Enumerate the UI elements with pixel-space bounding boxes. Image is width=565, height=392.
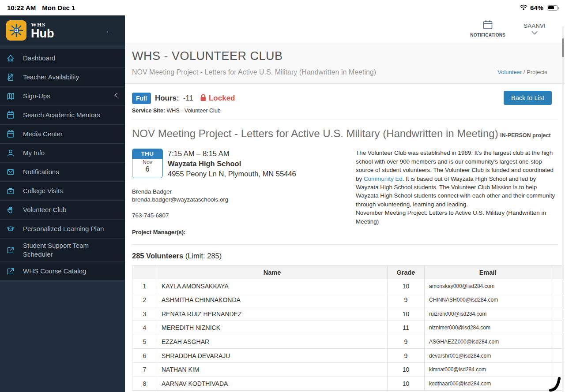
project-title-block: NOV Meeting Project - Letters for Active… bbox=[132, 127, 558, 141]
notifications-button[interactable]: NOTIFICATIONS bbox=[470, 20, 505, 37]
sidebar-item-label: WHS Course Catalog bbox=[23, 267, 86, 276]
date-card-month: Nov bbox=[132, 159, 162, 165]
col-email-header[interactable]: Email bbox=[425, 266, 551, 279]
row-extra-cell bbox=[551, 307, 562, 321]
volunteer-name: ASHMITHA CHINNAKONDA bbox=[157, 293, 388, 307]
col-grade-header[interactable]: Grade bbox=[388, 266, 425, 279]
breadcrumb-volunteer-link[interactable]: Volunteer bbox=[497, 69, 522, 75]
volunteers-heading: 285 Volunteers (Limit: 285) bbox=[132, 252, 558, 260]
locked-status: Locked bbox=[200, 94, 235, 103]
envelope-icon bbox=[6, 168, 23, 176]
volunteer-name: NATHAN KIM bbox=[157, 362, 388, 377]
row-extra-cell bbox=[551, 321, 562, 335]
sidebar-item-label: Media Center bbox=[23, 130, 63, 138]
row-index: 4 bbox=[132, 321, 157, 335]
sidebar-item-student-support-team-scheduler[interactable]: Student Support Team Scheduler bbox=[0, 238, 125, 261]
breadcrumb: Volunteer / Projects bbox=[497, 69, 547, 75]
battery-percent: 64% bbox=[530, 4, 543, 11]
lock-icon bbox=[200, 94, 207, 103]
sun-icon bbox=[6, 20, 26, 41]
row-index: 8 bbox=[132, 377, 157, 391]
volunteer-email: amonskay000@isd284.com bbox=[425, 279, 551, 293]
sidebar-item-search-academic-mentors[interactable]: Search Academic Mentors bbox=[0, 105, 125, 124]
project-managers-label: Project Manager(s): bbox=[132, 229, 348, 235]
external-link-icon bbox=[6, 267, 23, 276]
table-row: 4MEREDITH NIZNICK11niznimer000@isd284.co… bbox=[132, 321, 562, 335]
sidebar-item-label: Volunteer Club bbox=[23, 205, 66, 214]
breadcrumb-current: Projects bbox=[527, 69, 547, 75]
volunteer-grade: 9 bbox=[388, 293, 425, 307]
scrollbar-track[interactable] bbox=[562, 26, 564, 392]
sidebar-item-college-visits[interactable]: College Visits bbox=[0, 181, 125, 200]
sidebar-item-label: Dashboard bbox=[23, 54, 55, 63]
user-menu[interactable]: SAANVI bbox=[524, 22, 546, 37]
volunteer-name: KAYLA AMONSAKKAYA bbox=[157, 279, 388, 293]
status-badge: Full bbox=[132, 93, 151, 104]
project-description: The Volunteer Club was established in 19… bbox=[356, 149, 558, 235]
page-title: WHS - VOLUNTEER CLUB bbox=[132, 49, 558, 63]
status-time: 10:22 AM bbox=[7, 4, 36, 11]
sidebar-item-label: Student Support Team Scheduler bbox=[23, 241, 100, 259]
left-arrow-icon[interactable]: ← bbox=[105, 25, 119, 36]
app-logo[interactable]: WHS Hub ← bbox=[0, 15, 125, 45]
volunteer-email: devarshr001@isd284.com bbox=[425, 349, 551, 363]
sidebar-item-label: My Info bbox=[23, 149, 45, 157]
volunteer-grade: 10 bbox=[388, 307, 425, 321]
volunteer-email: ruizren000@isd284.com bbox=[425, 307, 551, 321]
chevron-left-icon bbox=[113, 92, 119, 100]
table-row: 6SHRADDHA DEVARAJU9devarshr001@isd284.co… bbox=[132, 349, 562, 363]
sidebar-item-label: Teacher Availability bbox=[23, 73, 79, 82]
volunteer-name: AARNAV KODTHIVADA bbox=[157, 377, 388, 391]
external-link-icon bbox=[6, 246, 23, 254]
sidebar-item-notifications[interactable]: Notifications bbox=[0, 162, 125, 181]
table-row: 1KAYLA AMONSAKKAYA10amonskay000@isd284.c… bbox=[132, 279, 562, 293]
contact-block: Brenda Badger brenda.badger@wayzataschoo… bbox=[132, 188, 348, 204]
back-to-list-button[interactable]: Back to List bbox=[504, 91, 552, 105]
col-extra-header bbox=[551, 266, 562, 279]
scrollbar-thumb[interactable] bbox=[562, 38, 564, 57]
volunteer-name: SHRADDHA DEVARAJU bbox=[157, 349, 388, 363]
device-status-bar: 10:22 AM Mon Dec 1 64% bbox=[0, 0, 565, 15]
briefcase-icon bbox=[6, 187, 23, 195]
calendar-icon bbox=[482, 23, 493, 31]
sidebar-item-sign-ups[interactable]: Sign-Ups bbox=[0, 86, 125, 105]
sidebar-item-my-info[interactable]: My Info bbox=[0, 143, 125, 162]
volunteer-grade: 9 bbox=[388, 335, 425, 349]
sidebar-item-personalized-learning-plan[interactable]: Personalized Learning Plan bbox=[0, 219, 125, 238]
location-name: Wayzata High School bbox=[168, 159, 296, 169]
contact-name: Brenda Badger bbox=[132, 188, 348, 196]
sidebar-nav: DashboardTeacher AvailabilitySign-UpsSea… bbox=[0, 49, 125, 280]
contact-email: brenda.badger@wayzataschools.org bbox=[132, 196, 348, 204]
community-ed-link[interactable]: Community Ed bbox=[364, 175, 403, 182]
row-index: 6 bbox=[132, 349, 157, 363]
volunteer-email: kodthaar000@isd284.com bbox=[425, 377, 551, 391]
sidebar-item-volunteer-club[interactable]: Volunteer Club bbox=[0, 200, 125, 219]
map-icon bbox=[6, 92, 23, 101]
date-card-day: THU bbox=[132, 149, 162, 159]
service-site: Service Site: WHS - Volunteer Club bbox=[132, 108, 558, 114]
volunteer-email: niznimer000@isd284.com bbox=[425, 321, 551, 335]
sidebar-item-whs-course-catalog[interactable]: WHS Course Catalog bbox=[0, 261, 125, 280]
table-header-row: Name Grade Email bbox=[132, 266, 562, 279]
status-date: Mon Dec 1 bbox=[42, 4, 75, 11]
sidebar-item-dashboard[interactable]: Dashboard bbox=[0, 49, 125, 67]
sidebar-item-label: College Visits bbox=[23, 187, 63, 195]
main-area: NOTIFICATIONS SAANVI WHS - VOLUNTEER CLU… bbox=[125, 15, 565, 392]
sidebar-item-label: Notifications bbox=[23, 168, 59, 176]
table-row: 7NATHAN KIM10kimnat000@isd284.com bbox=[132, 362, 562, 377]
sidebar: WHS Hub ← DashboardTeacher AvailabilityS… bbox=[0, 15, 125, 392]
sidebar-item-media-center[interactable]: Media Center bbox=[0, 124, 125, 143]
sidebar-item-label: Personalized Learning Plan bbox=[23, 224, 104, 233]
locked-label: Locked bbox=[209, 94, 235, 103]
volunteer-email: ASGHAEZZ000@isd284.com bbox=[425, 335, 551, 349]
volunteer-name: RENATA RUIZ HERNANDEZ bbox=[157, 307, 388, 321]
date-card-number: 6 bbox=[132, 165, 162, 173]
chevron-down-icon bbox=[530, 29, 539, 37]
row-index: 5 bbox=[132, 335, 157, 349]
row-extra-cell bbox=[551, 279, 562, 293]
col-name-header[interactable]: Name bbox=[157, 266, 388, 279]
sidebar-item-teacher-availability[interactable]: Teacher Availability bbox=[0, 67, 125, 86]
sidebar-item-label: Sign-Ups bbox=[23, 92, 50, 101]
row-extra-cell bbox=[551, 349, 562, 363]
date-card: THU Nov 6 bbox=[132, 149, 163, 178]
